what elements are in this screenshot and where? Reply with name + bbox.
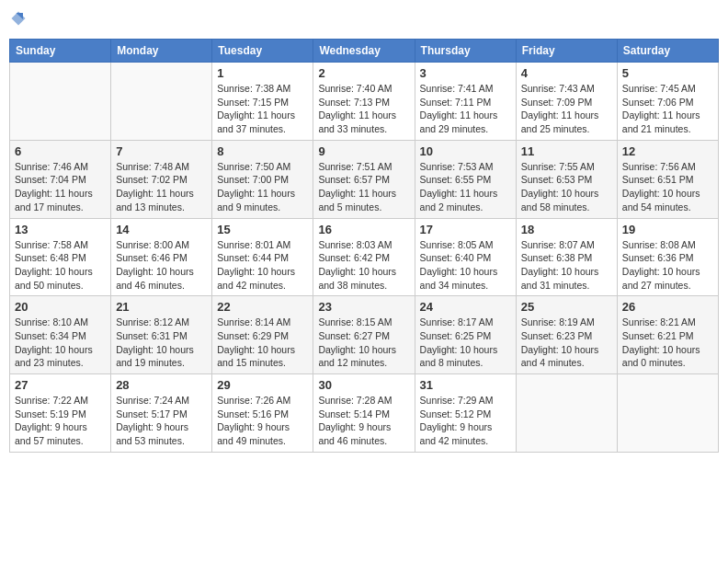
day-number: 12 xyxy=(622,144,713,158)
calendar-cell: 18Sunrise: 8:07 AM Sunset: 6:38 PM Dayli… xyxy=(516,218,617,296)
day-info: Sunrise: 7:48 AM Sunset: 7:02 PM Dayligh… xyxy=(116,160,207,214)
page-header xyxy=(9,9,719,31)
calendar-cell: 25Sunrise: 8:19 AM Sunset: 6:23 PM Dayli… xyxy=(516,296,617,374)
day-number: 3 xyxy=(420,66,511,80)
day-info: Sunrise: 7:53 AM Sunset: 6:55 PM Dayligh… xyxy=(420,160,511,214)
calendar-week-row: 20Sunrise: 8:10 AM Sunset: 6:34 PM Dayli… xyxy=(10,296,719,374)
day-info: Sunrise: 7:55 AM Sunset: 6:53 PM Dayligh… xyxy=(521,160,612,214)
calendar-table: SundayMondayTuesdayWednesdayThursdayFrid… xyxy=(9,39,719,453)
day-info: Sunrise: 7:26 AM Sunset: 5:16 PM Dayligh… xyxy=(217,394,308,448)
day-info: Sunrise: 7:38 AM Sunset: 7:15 PM Dayligh… xyxy=(217,82,308,136)
day-info: Sunrise: 8:08 AM Sunset: 6:36 PM Dayligh… xyxy=(622,238,713,293)
calendar-cell: 27Sunrise: 7:22 AM Sunset: 5:19 PM Dayli… xyxy=(10,374,111,453)
weekday-header-cell: Wednesday xyxy=(313,40,415,63)
calendar-body: 1Sunrise: 7:38 AM Sunset: 7:15 PM Daylig… xyxy=(10,63,719,453)
calendar-cell: 9Sunrise: 7:51 AM Sunset: 6:57 PM Daylig… xyxy=(313,140,415,218)
day-number: 29 xyxy=(217,378,308,392)
day-number: 17 xyxy=(420,223,511,236)
calendar-cell: 16Sunrise: 8:03 AM Sunset: 6:42 PM Dayli… xyxy=(313,218,415,296)
calendar-cell: 5Sunrise: 7:45 AM Sunset: 7:06 PM Daylig… xyxy=(617,63,718,141)
calendar-cell: 26Sunrise: 8:21 AM Sunset: 6:21 PM Dayli… xyxy=(617,296,718,374)
day-number: 13 xyxy=(15,223,106,236)
calendar-cell: 2Sunrise: 7:40 AM Sunset: 7:13 PM Daylig… xyxy=(313,63,415,141)
calendar-cell xyxy=(111,63,212,141)
calendar-cell: 4Sunrise: 7:43 AM Sunset: 7:09 PM Daylig… xyxy=(516,63,617,141)
day-number: 5 xyxy=(622,66,713,80)
day-number: 19 xyxy=(622,223,713,236)
calendar-cell: 28Sunrise: 7:24 AM Sunset: 5:17 PM Dayli… xyxy=(111,374,212,453)
day-info: Sunrise: 7:46 AM Sunset: 7:04 PM Dayligh… xyxy=(15,160,106,214)
weekday-header-row: SundayMondayTuesdayWednesdayThursdayFrid… xyxy=(10,40,719,63)
calendar-cell: 17Sunrise: 8:05 AM Sunset: 6:40 PM Dayli… xyxy=(415,218,516,296)
day-number: 14 xyxy=(116,223,207,236)
day-number: 20 xyxy=(15,300,106,314)
calendar-cell xyxy=(516,374,617,453)
day-number: 22 xyxy=(217,300,308,314)
day-number: 9 xyxy=(318,144,409,158)
day-number: 31 xyxy=(420,378,511,392)
weekday-header-cell: Friday xyxy=(516,40,617,63)
day-number: 11 xyxy=(521,144,612,158)
calendar-cell: 29Sunrise: 7:26 AM Sunset: 5:16 PM Dayli… xyxy=(212,374,313,453)
logo-icon xyxy=(9,9,28,28)
day-info: Sunrise: 7:45 AM Sunset: 7:06 PM Dayligh… xyxy=(622,82,713,136)
calendar-cell: 24Sunrise: 8:17 AM Sunset: 6:25 PM Dayli… xyxy=(415,296,516,374)
day-number: 21 xyxy=(116,300,207,314)
calendar-cell: 11Sunrise: 7:55 AM Sunset: 6:53 PM Dayli… xyxy=(516,140,617,218)
day-number: 23 xyxy=(318,300,409,314)
calendar-cell: 1Sunrise: 7:38 AM Sunset: 7:15 PM Daylig… xyxy=(212,63,313,141)
day-info: Sunrise: 7:51 AM Sunset: 6:57 PM Dayligh… xyxy=(318,160,409,214)
day-number: 7 xyxy=(116,144,207,158)
day-info: Sunrise: 7:28 AM Sunset: 5:14 PM Dayligh… xyxy=(318,394,409,448)
day-info: Sunrise: 7:29 AM Sunset: 5:12 PM Dayligh… xyxy=(420,394,511,448)
calendar-week-row: 1Sunrise: 7:38 AM Sunset: 7:15 PM Daylig… xyxy=(10,63,719,141)
calendar-cell: 13Sunrise: 7:58 AM Sunset: 6:48 PM Dayli… xyxy=(10,218,111,296)
day-info: Sunrise: 8:15 AM Sunset: 6:27 PM Dayligh… xyxy=(318,316,409,370)
calendar-cell: 14Sunrise: 8:00 AM Sunset: 6:46 PM Dayli… xyxy=(111,218,212,296)
day-number: 15 xyxy=(217,223,308,236)
day-number: 24 xyxy=(420,300,511,314)
day-info: Sunrise: 8:21 AM Sunset: 6:21 PM Dayligh… xyxy=(622,316,713,370)
day-number: 1 xyxy=(217,66,308,80)
weekday-header-cell: Saturday xyxy=(617,40,718,63)
calendar-cell xyxy=(10,63,111,141)
day-number: 25 xyxy=(521,300,612,314)
calendar-week-row: 6Sunrise: 7:46 AM Sunset: 7:04 PM Daylig… xyxy=(10,140,719,218)
calendar-cell: 6Sunrise: 7:46 AM Sunset: 7:04 PM Daylig… xyxy=(10,140,111,218)
day-number: 6 xyxy=(15,144,106,158)
calendar-cell xyxy=(617,374,718,453)
calendar-cell: 15Sunrise: 8:01 AM Sunset: 6:44 PM Dayli… xyxy=(212,218,313,296)
day-info: Sunrise: 8:17 AM Sunset: 6:25 PM Dayligh… xyxy=(420,316,511,370)
day-info: Sunrise: 7:22 AM Sunset: 5:19 PM Dayligh… xyxy=(15,394,106,448)
calendar-cell: 23Sunrise: 8:15 AM Sunset: 6:27 PM Dayli… xyxy=(313,296,415,374)
calendar-cell: 21Sunrise: 8:12 AM Sunset: 6:31 PM Dayli… xyxy=(111,296,212,374)
calendar-week-row: 13Sunrise: 7:58 AM Sunset: 6:48 PM Dayli… xyxy=(10,218,719,296)
weekday-header-cell: Thursday xyxy=(415,40,516,63)
day-info: Sunrise: 7:40 AM Sunset: 7:13 PM Dayligh… xyxy=(318,82,409,136)
calendar-cell: 30Sunrise: 7:28 AM Sunset: 5:14 PM Dayli… xyxy=(313,374,415,453)
weekday-header-cell: Monday xyxy=(111,40,212,63)
day-info: Sunrise: 8:00 AM Sunset: 6:46 PM Dayligh… xyxy=(116,238,207,293)
day-info: Sunrise: 8:05 AM Sunset: 6:40 PM Dayligh… xyxy=(420,238,511,293)
day-number: 27 xyxy=(15,378,106,392)
day-info: Sunrise: 8:01 AM Sunset: 6:44 PM Dayligh… xyxy=(217,238,308,293)
calendar-cell: 7Sunrise: 7:48 AM Sunset: 7:02 PM Daylig… xyxy=(111,140,212,218)
day-number: 18 xyxy=(521,223,612,236)
calendar-week-row: 27Sunrise: 7:22 AM Sunset: 5:19 PM Dayli… xyxy=(10,374,719,453)
day-info: Sunrise: 7:41 AM Sunset: 7:11 PM Dayligh… xyxy=(420,82,511,136)
weekday-header-cell: Sunday xyxy=(10,40,111,63)
weekday-header-cell: Tuesday xyxy=(212,40,313,63)
calendar-cell: 8Sunrise: 7:50 AM Sunset: 7:00 PM Daylig… xyxy=(212,140,313,218)
day-info: Sunrise: 8:03 AM Sunset: 6:42 PM Dayligh… xyxy=(318,238,409,293)
calendar-cell: 3Sunrise: 7:41 AM Sunset: 7:11 PM Daylig… xyxy=(415,63,516,141)
day-number: 30 xyxy=(318,378,409,392)
day-number: 2 xyxy=(318,66,409,80)
calendar-cell: 20Sunrise: 8:10 AM Sunset: 6:34 PM Dayli… xyxy=(10,296,111,374)
calendar-cell: 31Sunrise: 7:29 AM Sunset: 5:12 PM Dayli… xyxy=(415,374,516,453)
logo xyxy=(9,9,31,31)
day-number: 8 xyxy=(217,144,308,158)
day-info: Sunrise: 8:14 AM Sunset: 6:29 PM Dayligh… xyxy=(217,316,308,370)
day-info: Sunrise: 8:19 AM Sunset: 6:23 PM Dayligh… xyxy=(521,316,612,370)
day-info: Sunrise: 7:58 AM Sunset: 6:48 PM Dayligh… xyxy=(15,238,106,293)
day-info: Sunrise: 7:24 AM Sunset: 5:17 PM Dayligh… xyxy=(116,394,207,448)
